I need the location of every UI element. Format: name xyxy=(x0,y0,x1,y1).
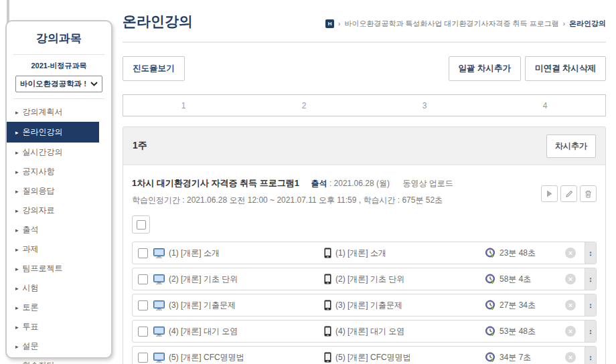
clock-icon xyxy=(485,274,495,284)
sidebar-menu-item-label: 시험 xyxy=(23,282,39,294)
session-row: (1) [개론] 소개 (1) [개론] 소개 23분 48초 × ↕ xyxy=(132,242,597,264)
play-icon xyxy=(546,190,552,197)
add-session-button[interactable]: 차시추가 xyxy=(546,134,596,158)
sidebar-menu-item-label: 투표 xyxy=(23,321,39,333)
row-checkbox[interactable] xyxy=(138,327,148,337)
drag-handle[interactable]: ↕ xyxy=(585,268,596,290)
department-select[interactable]: 바이오환경공학과 ! xyxy=(15,76,102,92)
triangle-right-icon: ▸ xyxy=(15,343,19,350)
sidebar-menu-item[interactable]: ▸ 학습진단 xyxy=(7,356,111,364)
session-row: (4) [개론] 대기 오염 (4) [개론] 대기 오염 53분 48초 × … xyxy=(132,320,597,343)
delete-unlinked-session-button[interactable]: 미연결 차시삭제 xyxy=(525,56,606,81)
triangle-right-icon: ▸ xyxy=(15,149,19,156)
breadcrumb-current: 온라인강의 xyxy=(569,19,606,29)
mobile-lecture-link[interactable]: (5) [개론] CFC명명법 xyxy=(335,352,485,363)
sidebar-menu-item[interactable]: ▸ 시험 xyxy=(7,278,111,298)
select-all-checkbox[interactable] xyxy=(137,220,146,230)
mobile-icon xyxy=(324,248,331,258)
course-sidebar: 강의과목 2021-비정규과목 바이오환경공학과 ! ▸ 강의계획서 ▸ 온라인… xyxy=(5,20,112,359)
pc-lecture-link[interactable]: (4) [개론] 대기 오염 xyxy=(169,326,324,337)
mobile-lecture-link[interactable]: (2) [개론] 기초 단위 xyxy=(335,274,485,285)
triangle-right-icon: ▸ xyxy=(15,188,19,195)
sidebar-menu-item-label: 공지사항 xyxy=(23,166,55,177)
drag-handle[interactable]: ↕ xyxy=(585,321,596,342)
edit-button[interactable] xyxy=(560,185,577,202)
week-page-number[interactable]: 2 xyxy=(244,95,364,116)
triangle-right-icon: ▸ xyxy=(15,324,19,331)
sidebar-menu-item[interactable]: ▸ 공지사항 xyxy=(7,162,111,181)
mobile-lecture-link[interactable]: (3) [개론] 기출문제 xyxy=(335,300,485,311)
sidebar-menu-item-label: 팀프로젝트 xyxy=(23,263,63,274)
trash-icon xyxy=(585,190,592,198)
pc-lecture-link[interactable]: (2) [개론] 기초 단위 xyxy=(169,274,324,285)
week-panel: 1주 차시추가 1차시 대기환경기사 자격증 취득 프로그램1 출석 : 202… xyxy=(123,126,606,364)
mobile-lecture-link[interactable]: (4) [개론] 대기 오염 xyxy=(335,326,485,337)
week-page-number[interactable]: 1 xyxy=(123,95,244,116)
sidebar-menu-item[interactable]: ▸ 투표 xyxy=(7,317,111,337)
sidebar-menu-item[interactable]: ▸ 과제 xyxy=(7,240,111,259)
term-label: 2021-비정규과목 xyxy=(7,55,111,76)
sidebar-menu-item[interactable]: ▸ 강의계획서 xyxy=(7,102,111,122)
sidebar-menu-item-label: 설문 xyxy=(23,341,39,352)
pc-lecture-link[interactable]: (1) [개론] 소개 xyxy=(169,248,324,259)
video-upload-link[interactable]: 동영상 업로드 xyxy=(402,179,453,188)
sidebar-menu-item[interactable]: ▸ 설문 xyxy=(7,337,111,356)
row-checkbox[interactable] xyxy=(138,300,148,310)
unlink-icon[interactable]: × xyxy=(565,300,576,310)
desktop-icon xyxy=(153,353,165,363)
mobile-icon xyxy=(324,274,331,284)
select-all-box xyxy=(132,215,150,234)
row-checkbox[interactable] xyxy=(138,274,148,284)
unlink-icon[interactable]: × xyxy=(565,352,576,363)
unlink-icon[interactable]: × xyxy=(565,248,576,258)
session-row: (5) [개론] CFC명명법 (5) [개론] CFC명명법 34분 7초 ×… xyxy=(132,346,597,364)
triangle-right-icon: ▸ xyxy=(15,169,19,175)
duration-label: 34분 7초 xyxy=(499,352,531,363)
drag-handle[interactable]: ↕ xyxy=(585,242,596,264)
week-page-number[interactable]: 4 xyxy=(485,95,605,116)
clock-icon xyxy=(485,300,495,310)
unlink-icon[interactable]: × xyxy=(565,326,576,337)
sidebar-menu-item[interactable]: ▸ 강의자료 xyxy=(7,201,111,220)
triangle-right-icon: ▸ xyxy=(15,129,19,136)
department-select-value: 바이오환경공학과 ! xyxy=(20,79,86,89)
bulk-add-session-button[interactable]: 일괄 차시추가 xyxy=(449,56,521,81)
home-icon[interactable]: H xyxy=(325,19,334,28)
chevron-down-icon xyxy=(90,82,98,86)
sidebar-menu-item[interactable]: ▸ 팀프로젝트 xyxy=(7,259,111,278)
pc-lecture-link[interactable]: (3) [개론] 기출문제 xyxy=(169,300,324,311)
breadcrumb: H › 바이오환경공학과 특성화사업 대기환경기사자격증 취득 프로그램 › 온… xyxy=(325,19,606,31)
attendance-label: 출석 xyxy=(311,179,327,188)
session-row: (3) [개론] 기출문제 (3) [개론] 기출문제 27분 34초 × ↕ xyxy=(132,294,597,316)
row-checkbox[interactable] xyxy=(138,353,148,363)
triangle-right-icon: ▸ xyxy=(15,227,19,234)
sidebar-menu-item[interactable]: ▸ 온라인강의 xyxy=(7,122,99,143)
duration-label: 58분 4초 xyxy=(499,274,531,285)
learning-period: 학습인정기간 : 2021.06.28 오전 12:00 ~ 2021.07.1… xyxy=(132,195,597,206)
view-progress-button[interactable]: 진도율보기 xyxy=(123,56,185,81)
week-page-number[interactable]: 3 xyxy=(364,95,485,116)
sidebar-menu-item-label: 과제 xyxy=(23,244,39,255)
breadcrumb-parent[interactable]: 바이오환경공학과 특성화사업 대기환경기사자격증 취득 프로그램 xyxy=(344,19,558,29)
mobile-icon xyxy=(324,326,331,337)
desktop-icon xyxy=(153,248,165,258)
attendance-value: : 2021.06.28 (월) xyxy=(329,179,390,188)
unlink-icon[interactable]: × xyxy=(565,274,576,284)
desktop-icon xyxy=(153,327,165,337)
divider xyxy=(13,98,104,99)
sidebar-menu-item[interactable]: ▸ 실시간강의 xyxy=(7,143,111,162)
pc-lecture-link[interactable]: (5) [개론] CFC명명법 xyxy=(169,352,324,363)
row-checkbox[interactable] xyxy=(138,248,148,258)
mobile-lecture-link[interactable]: (1) [개론] 소개 xyxy=(335,248,485,259)
sidebar-menu-item[interactable]: ▸ 질의응답 xyxy=(7,181,111,201)
drag-handle[interactable]: ↕ xyxy=(585,294,596,316)
breadcrumb-separator: › xyxy=(338,20,340,27)
triangle-right-icon: ▸ xyxy=(15,109,19,116)
sidebar-menu-item[interactable]: ▸ 출석 xyxy=(7,220,111,240)
play-button[interactable] xyxy=(541,185,558,202)
triangle-right-icon: ▸ xyxy=(15,285,19,292)
sidebar-menu-item[interactable]: ▸ 토론 xyxy=(7,298,111,317)
drag-handle[interactable]: ↕ xyxy=(585,347,596,364)
sidebar-menu-item-label: 실시간강의 xyxy=(23,147,63,158)
delete-button[interactable] xyxy=(580,185,597,202)
